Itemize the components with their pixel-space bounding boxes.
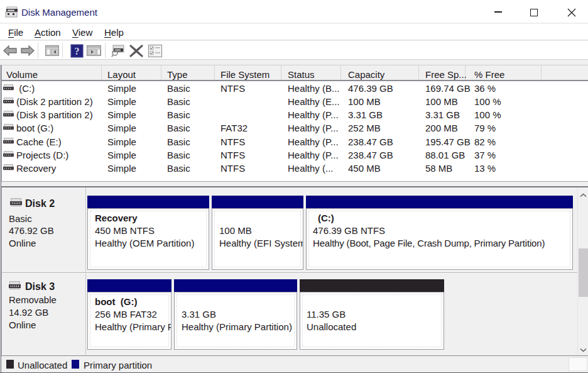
svg-text:?: ?: [75, 46, 80, 57]
